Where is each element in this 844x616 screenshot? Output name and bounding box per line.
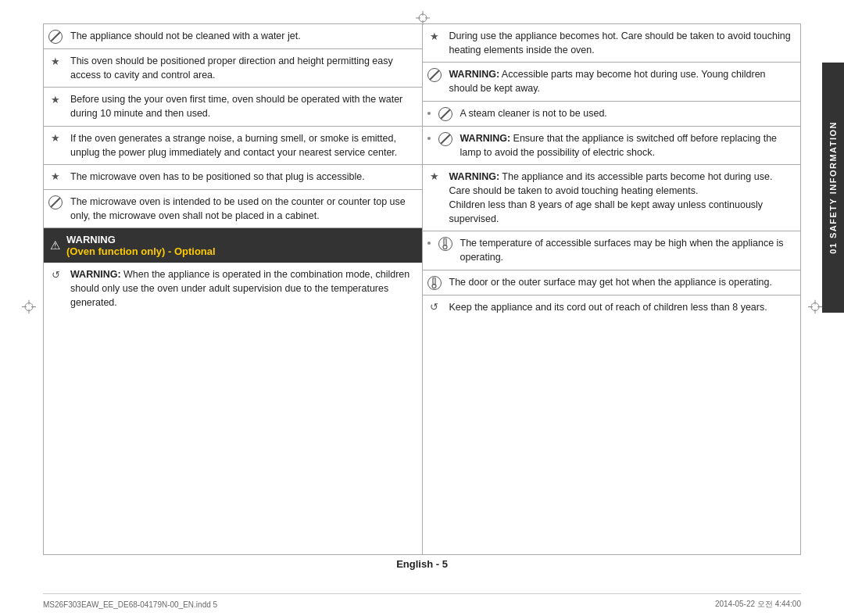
slash-icon-r2 — [427, 68, 442, 82]
side-tab: 01 SAFETY INFORMATION — [822, 63, 844, 313]
left-column: The appliance should not be cleaned with… — [44, 24, 423, 554]
icon-cell: ★ — [48, 54, 66, 69]
left-dot-cell — [427, 131, 434, 140]
star-icon-r1: ★ — [427, 30, 442, 44]
star-icon-r5: ★ — [427, 170, 442, 184]
icon-cell — [438, 106, 456, 121]
right-row-5-text: WARNING: The appliance and its accessibl… — [449, 170, 795, 227]
right-row-6: The temperature of accessible surfaces m… — [423, 231, 801, 270]
icon-cell — [438, 236, 456, 251]
right-row-5: ★ WARNING: The appliance and its accessi… — [423, 165, 801, 232]
left-row-6-text: The microwave oven is intended to be use… — [70, 195, 416, 223]
left-row-4-text: If the oven generates a strange noise, a… — [70, 131, 416, 159]
right-row-2: WARNING: Accessible parts may become hot… — [423, 63, 801, 101]
left-dot-cell — [427, 236, 434, 245]
icon-cell: ★ — [48, 170, 66, 184]
star-icon-3: ★ — [48, 93, 63, 107]
left-row-5-text: The microwave oven has to be positioned … — [70, 170, 416, 184]
footer: MS26F303EAW_EE_DE68-04179N-00_EN.indd 5 … — [43, 593, 801, 610]
left-row-2: ★ This oven should be positioned proper … — [44, 49, 422, 88]
main-content: The appliance should not be cleaned with… — [43, 23, 801, 573]
no-water-jet-icon — [48, 30, 63, 44]
footer-left: MS26F303EAW_EE_DE68-04179N-00_EN.indd 5 — [43, 600, 217, 609]
icon-cell — [427, 275, 445, 290]
star-icon-5: ★ — [48, 170, 63, 184]
right-row-3: A steam cleaner is not to be used. — [423, 102, 801, 127]
icon-cell: ★ — [48, 92, 66, 107]
right-row-3-text: A steam cleaner is not to be used. — [460, 106, 795, 120]
icon-cell: ↺ — [427, 300, 445, 315]
left-warning-text: WARNING: When the appliance is operated … — [70, 267, 416, 310]
right-row-7: The door or the outer surface may get ho… — [423, 270, 801, 295]
star-icon-4: ★ — [48, 132, 63, 146]
right-row-7-text: The door or the outer surface may get ho… — [449, 275, 795, 289]
slash-icon-r4 — [438, 132, 452, 146]
arrow-icon: ↺ — [48, 268, 63, 282]
right-row-1-text: During use the appliance becomes hot. Ca… — [449, 29, 795, 57]
icon-cell — [48, 195, 66, 210]
left-row-5: ★ The microwave oven has to be positione… — [44, 165, 422, 190]
icon-cell: ★ — [427, 29, 445, 44]
icon-cell — [438, 131, 456, 146]
svg-rect-17 — [433, 278, 435, 285]
right-row-2-text: WARNING: Accessible parts may become hot… — [449, 67, 795, 95]
thermo-icon-r6 — [438, 237, 452, 251]
left-warning-row: ↺ WARNING: When the appliance is operate… — [44, 263, 422, 314]
icon-cell: ★ — [427, 170, 445, 184]
icon-cell — [48, 29, 66, 44]
warning-bar-icon: ⚠ — [50, 238, 60, 252]
bullet-dot — [427, 242, 431, 245]
left-row-3: ★ Before using the your oven first time,… — [44, 88, 422, 126]
icon-cell — [427, 67, 445, 82]
warning-subtitle: (Oven function only) - Optional — [66, 245, 216, 257]
side-tab-text: 01 SAFETY INFORMATION — [828, 121, 838, 254]
icon-cell: ★ — [48, 131, 66, 146]
footer-right: 2014-05-22 오전 4:44:00 — [715, 599, 801, 610]
bullet-dot — [427, 137, 431, 140]
warning-bar: ⚠ WARNING (Oven function only) - Optiona… — [44, 228, 422, 263]
left-row-4: ★ If the oven generates a strange noise,… — [44, 127, 422, 165]
crosshair-left — [22, 300, 36, 317]
thermo-icon-r7 — [427, 276, 442, 290]
columns-wrapper: The appliance should not be cleaned with… — [43, 23, 801, 555]
arrow-icon-r8: ↺ — [427, 301, 442, 315]
page-indicator: English - 5 — [396, 558, 448, 570]
right-row-8: ↺ Keep the appliance and its cord out of… — [423, 295, 801, 320]
crosshair-top — [416, 11, 428, 23]
star-icon-2: ★ — [48, 55, 63, 69]
warning-title: WARNING — [66, 234, 116, 245]
warning-bar-text: WARNING (Oven function only) - Optional — [66, 234, 216, 257]
no-cabinet-icon — [48, 195, 63, 210]
left-row-1-text: The appliance should not be cleaned with… — [70, 29, 416, 43]
page-number-box: English - 5 — [43, 555, 801, 573]
left-row-3-text: Before using the your oven first time, o… — [70, 92, 416, 120]
bullet-dot — [427, 112, 431, 115]
right-row-4: WARNING: Ensure that the appliance is sw… — [423, 127, 801, 165]
svg-rect-15 — [444, 238, 446, 245]
left-row-6: The microwave oven is intended to be use… — [44, 190, 422, 228]
left-dot-cell — [427, 106, 434, 115]
right-column: ★ During use the appliance becomes hot. … — [423, 24, 801, 554]
right-row-4-text: WARNING: Ensure that the appliance is sw… — [460, 131, 795, 159]
page-wrapper: 01 SAFETY INFORMATION The appliance sh — [0, 0, 844, 616]
icon-cell: ↺ — [48, 267, 66, 282]
right-row-6-text: The temperature of accessible surfaces m… — [460, 236, 795, 264]
right-row-1: ★ During use the appliance becomes hot. … — [423, 24, 801, 63]
crosshair-right — [808, 300, 822, 317]
right-row-8-text: Keep the appliance and its cord out of r… — [449, 300, 795, 314]
slash-icon-r3 — [438, 107, 452, 121]
left-row-2-text: This oven should be positioned proper di… — [70, 54, 416, 82]
left-row-1: The appliance should not be cleaned with… — [44, 24, 422, 49]
